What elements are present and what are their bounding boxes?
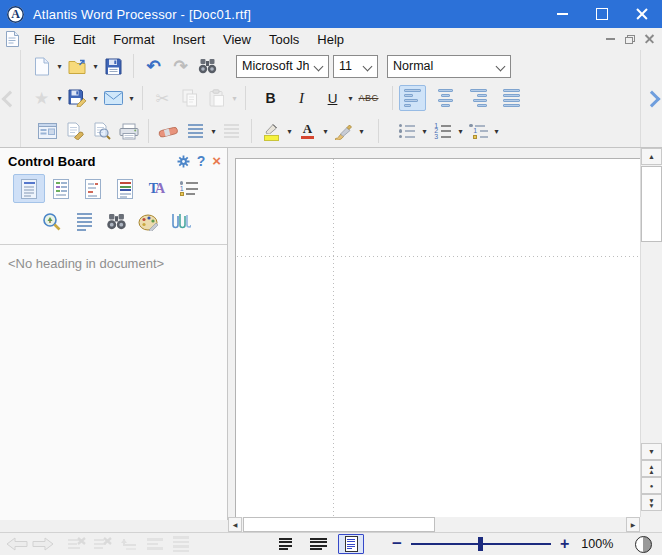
save-as-button[interactable] (64, 85, 91, 111)
colors-pane-button[interactable] (132, 207, 164, 236)
open-dropdown[interactable]: ▾ (91, 62, 100, 71)
scroll-up-button[interactable]: ▲ (641, 148, 662, 165)
line-numbering-button[interactable] (218, 118, 245, 144)
bullet-list-dropdown[interactable]: ▾ (420, 127, 429, 136)
paragraph-pane-button[interactable] (68, 207, 100, 236)
clips-pane-button[interactable] (164, 207, 196, 236)
toolbar-scroll-left-button[interactable] (0, 50, 21, 147)
print-preview-button[interactable] (88, 118, 115, 144)
mdi-close-button[interactable] (645, 35, 654, 44)
redo-button[interactable]: ↷ (167, 53, 194, 79)
line-spacing-dropdown[interactable]: ▾ (209, 127, 218, 136)
save-button[interactable] (100, 53, 127, 79)
fields-pane-button[interactable] (77, 174, 109, 203)
headings-pane-button[interactable] (13, 174, 45, 203)
menu-tools[interactable]: Tools (260, 30, 308, 49)
italic-button[interactable]: I (288, 85, 315, 111)
format-painter-button[interactable] (330, 118, 357, 144)
bullet-list-button[interactable] (393, 118, 420, 144)
mdi-minimize-button[interactable] (606, 38, 615, 40)
paste-dropdown[interactable]: ▾ (230, 94, 239, 103)
undo-button[interactable]: ↶ (140, 53, 167, 79)
document-options-button[interactable] (61, 118, 88, 144)
lists-pane-button[interactable]: 1 (173, 174, 205, 203)
eraser-button[interactable] (155, 118, 182, 144)
navigate-forward-button[interactable] (30, 535, 56, 553)
horizontal-scrollbar[interactable]: ◀ ▶ (228, 517, 640, 532)
font-color-button[interactable]: A (294, 118, 321, 144)
zoom-pane-button[interactable] (36, 207, 68, 236)
toolbar-expand-button[interactable] (640, 50, 662, 147)
justify-button[interactable] (498, 85, 525, 111)
remove-marker-button[interactable] (64, 535, 90, 553)
paste-button[interactable] (203, 85, 230, 111)
align-right-button[interactable] (465, 85, 492, 111)
next-page-button[interactable]: ▼▼ (641, 494, 662, 511)
multilevel-list-button[interactable]: 1 (465, 118, 492, 144)
text-block-button[interactable] (168, 535, 194, 553)
goto-marker-button[interactable] (116, 535, 142, 553)
underline-button[interactable]: U (319, 85, 346, 111)
menu-format[interactable]: Format (104, 30, 163, 49)
zoom-in-button[interactable]: + (560, 535, 569, 553)
print-button[interactable] (115, 118, 142, 144)
styles-pane-button[interactable] (109, 174, 141, 203)
menu-insert[interactable]: Insert (164, 30, 215, 49)
paragraph-marks-button[interactable] (142, 535, 168, 553)
multilevel-list-dropdown[interactable]: ▾ (492, 127, 501, 136)
new-document-button[interactable] (28, 53, 55, 79)
align-center-button[interactable] (432, 85, 459, 111)
select-browse-object-button[interactable]: ● (641, 477, 662, 494)
favorites-dropdown[interactable]: ▾ (55, 94, 64, 103)
document-page[interactable] (235, 158, 640, 517)
menu-file[interactable]: File (25, 30, 64, 49)
zoom-out-button[interactable]: − (392, 534, 402, 554)
menu-edit[interactable]: Edit (64, 30, 104, 49)
control-board-settings-button[interactable] (177, 155, 190, 168)
font-color-dropdown[interactable]: ▾ (321, 127, 330, 136)
line-spacing-button[interactable] (182, 118, 209, 144)
favorites-button[interactable]: ★ (28, 85, 55, 111)
scroll-right-button[interactable]: ▶ (626, 517, 640, 532)
control-board-close-button[interactable]: × (212, 154, 221, 168)
scroll-left-button[interactable]: ◀ (228, 517, 242, 532)
email-button[interactable] (100, 85, 127, 111)
new-document-dropdown[interactable]: ▾ (55, 62, 64, 71)
copy-button[interactable] (176, 85, 203, 111)
horizontal-scroll-thumb[interactable] (243, 517, 435, 532)
page-setup-button[interactable] (34, 118, 61, 144)
remove-all-markers-button[interactable] (90, 535, 116, 553)
save-as-dropdown[interactable]: ▾ (91, 94, 100, 103)
font-size-combobox[interactable]: 11 (333, 55, 378, 78)
email-dropdown[interactable]: ▾ (127, 94, 136, 103)
navigate-back-button[interactable] (4, 535, 30, 553)
bold-button[interactable]: B (257, 85, 284, 111)
cut-button[interactable]: ✂ (149, 85, 176, 111)
contrast-toggle-button[interactable] (635, 536, 652, 553)
mdi-restore-button[interactable] (625, 35, 635, 44)
underline-dropdown[interactable]: ▾ (346, 94, 355, 103)
draft-view-button[interactable] (272, 534, 298, 554)
find-pane-button[interactable] (100, 207, 132, 236)
web-view-button[interactable] (305, 534, 331, 554)
style-combobox[interactable]: Normal (387, 55, 511, 78)
maximize-button[interactable] (582, 0, 622, 28)
previous-page-button[interactable]: ▲▲ (641, 460, 662, 477)
open-button[interactable] (64, 53, 91, 79)
control-board-help-button[interactable]: ? (197, 153, 206, 169)
strikethrough-button[interactable]: ABC (355, 85, 382, 111)
find-button[interactable] (194, 53, 221, 79)
font-name-combobox[interactable]: Microsoft Jh (236, 55, 329, 78)
print-layout-view-button[interactable] (338, 534, 364, 554)
align-left-button[interactable] (399, 85, 426, 111)
scroll-down-button[interactable]: ▼ (641, 443, 662, 460)
vertical-scroll-thumb[interactable] (641, 166, 662, 242)
minimize-button[interactable] (542, 0, 582, 28)
menu-view[interactable]: View (214, 30, 260, 49)
highlight-dropdown[interactable]: ▾ (285, 127, 294, 136)
highlight-button[interactable] (258, 118, 285, 144)
zoom-slider-thumb[interactable] (478, 537, 483, 551)
outline-pane-button[interactable] (45, 174, 77, 203)
numbered-list-dropdown[interactable]: ▾ (456, 127, 465, 136)
vertical-scrollbar[interactable]: ▲ ▼ ▲▲ ● ▼▼ (640, 148, 662, 517)
